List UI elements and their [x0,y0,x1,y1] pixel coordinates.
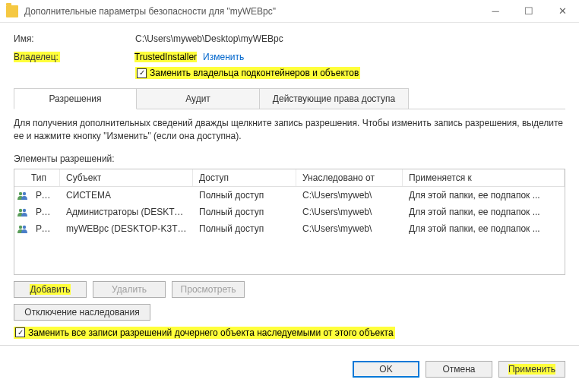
dialog-footer: OK Отмена Применить [0,353,579,387]
cell-type: Разр... [30,188,60,202]
replace-owner-label: Заменить владельца подконтейнеров и объе… [150,68,359,78]
users-icon [17,224,30,233]
add-button[interactable]: Добавить [14,281,87,298]
users-icon [17,207,30,217]
table-row[interactable]: Разр...myWEBpc (DESKTOP-K3T25N...Полный … [14,220,565,237]
elements-label: Элементы разрешений: [14,153,565,164]
table-row[interactable]: Разр...Администраторы (DESKTOP-...Полный… [14,204,565,220]
folder-icon [6,5,18,17]
cell-applies: Для этой папки, ее подпапок ... [403,205,565,219]
svg-point-1 [23,191,26,194]
replace-child-checkbox[interactable]: ✓ [15,327,25,337]
cell-type: Разр... [30,222,60,236]
owner-label: Владелец: [14,52,60,62]
ok-button[interactable]: OK [353,361,419,378]
cell-type: Разр... [30,205,60,219]
tab-effective-access[interactable]: Действующие права доступа [260,88,409,109]
disable-inheritance-button[interactable]: Отключение наследования [14,304,150,321]
svg-point-5 [23,225,26,228]
cell-access: Полный доступ [193,222,296,236]
replace-owner-checkbox[interactable]: ✓ [137,68,147,78]
cell-inherited: C:\Users\myweb\ [296,222,403,236]
separator [0,345,579,346]
cell-subject: СИСТЕМА [60,188,193,202]
remove-button: Удалить [93,281,166,298]
owner-value: TrustedInstaller [134,52,197,62]
cell-access: Полный доступ [193,205,296,219]
replace-child-label: Заменить все записи разрешений дочернего… [28,327,394,338]
description-text: Для получения дополнительных сведений дв… [14,117,565,143]
col-type[interactable]: Тип [14,169,60,186]
name-value: C:\Users\myweb\Desktop\myWEBpc [135,33,283,44]
permissions-table: Тип Субъект Доступ Унаследовано от Приме… [14,169,565,275]
table-row[interactable]: Разр...СИСТЕМАПолный доступC:\Users\mywe… [14,187,565,204]
cell-access: Полный доступ [193,188,296,202]
cell-applies: Для этой папки, ее подпапок ... [403,222,565,236]
cell-inherited: C:\Users\myweb\ [296,188,403,202]
col-inherited[interactable]: Унаследовано от [296,169,403,186]
svg-point-0 [19,191,22,194]
view-button: Просмотреть [172,281,245,298]
cell-inherited: C:\Users\myweb\ [296,205,403,219]
svg-point-4 [19,225,22,228]
title-bar: Дополнительные параметры безопасности дл… [0,0,579,23]
maximize-button[interactable]: ☐ [512,0,546,22]
minimize-button[interactable]: ─ [479,0,512,22]
change-owner-link[interactable]: Изменить [203,52,244,62]
col-applies[interactable]: Применяется к [403,169,565,186]
col-subject[interactable]: Субъект [60,169,193,186]
cell-subject: myWEBpc (DESKTOP-K3T25N... [60,222,193,236]
svg-point-2 [19,208,22,211]
cell-subject: Администраторы (DESKTOP-... [60,205,193,219]
tab-audit[interactable]: Аудит [137,88,260,109]
svg-point-3 [23,208,26,211]
cell-applies: Для этой папки, ее подпапок ... [403,188,565,202]
tab-bar: Разрешения Аудит Действующие права досту… [14,88,565,109]
name-label: Имя: [14,33,135,44]
col-access[interactable]: Доступ [193,169,296,186]
close-button[interactable]: ✕ [546,0,579,22]
apply-button[interactable]: Применить [498,361,565,378]
window-title: Дополнительные параметры безопасности дл… [24,6,479,17]
cancel-button[interactable]: Отмена [426,361,492,378]
tab-permissions[interactable]: Разрешения [14,88,137,109]
users-icon [17,191,30,200]
